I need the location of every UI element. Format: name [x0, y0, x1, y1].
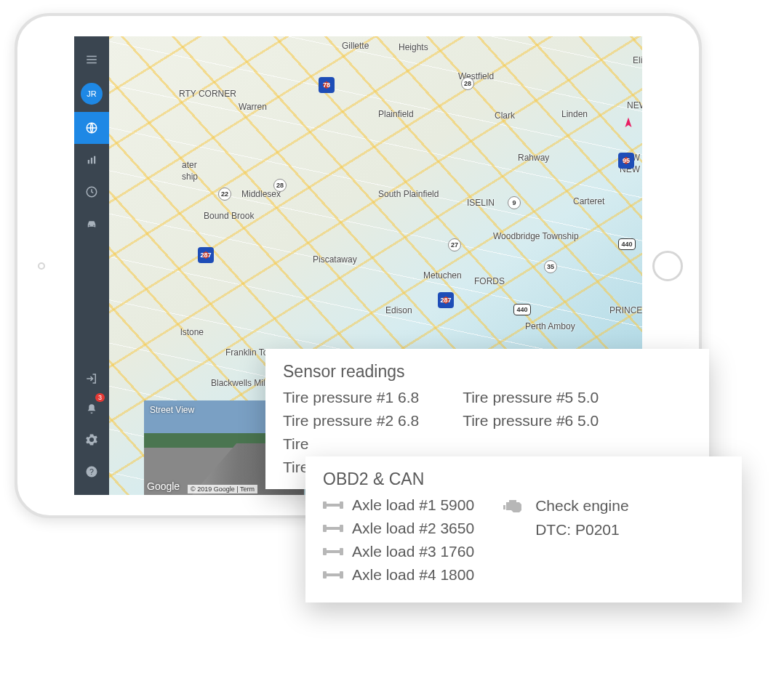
sidebar: JR 3: [74, 36, 109, 495]
svg-rect-2: [91, 158, 92, 164]
obd-title: OBD2 & CAN: [323, 470, 724, 489]
axle-load-row: Axle load #2 3650: [323, 520, 474, 537]
map-label: Clark: [495, 110, 515, 121]
google-logo: Google: [147, 480, 180, 492]
help-icon[interactable]: ?: [74, 456, 109, 488]
map-copyright: © 2019 Google | Term: [188, 485, 257, 493]
tire-pressure-reading: Tire pressure #5 5.0: [463, 389, 599, 406]
route-shield: 78: [319, 77, 335, 93]
tire-pressure-reading: Tire: [283, 435, 419, 453]
svg-rect-20: [327, 573, 340, 576]
dtc-code: DTC: P0201: [535, 521, 620, 539]
axle-load-row: Axle load #4 1800: [323, 566, 474, 584]
route-shield: 28: [461, 77, 474, 90]
map-label: Piscataway: [313, 254, 357, 265]
axle-icon: [323, 500, 343, 510]
map-label: Bound Brook: [204, 211, 254, 221]
axle-load-row: Axle load #3 1760: [323, 543, 474, 560]
route-shield: 35: [544, 260, 557, 273]
vehicle-marker[interactable]: [622, 116, 635, 129]
map-label: Woodbridge Township: [493, 231, 579, 241]
check-engine-label: Check engine: [535, 497, 628, 515]
avatar[interactable]: JR: [81, 83, 103, 105]
svg-rect-11: [327, 504, 340, 507]
obd-panel: OBD2 & CAN Axle load #1 5900Axle load #2…: [305, 456, 742, 603]
route-shield: 95: [618, 153, 634, 169]
svg-rect-3: [94, 156, 95, 164]
map-label: South Plainfield: [378, 189, 439, 199]
engine-icon: [503, 496, 527, 515]
map-label: lstone: [180, 327, 204, 337]
map-label: Heights: [399, 42, 428, 52]
svg-rect-12: [323, 525, 327, 532]
clock-icon[interactable]: [74, 176, 109, 208]
route-shield: 27: [448, 238, 461, 251]
map-label: PRINCE'S BAY: [609, 305, 642, 315]
route-shield: 9: [508, 196, 521, 209]
map-label: ship: [182, 172, 198, 182]
chart-icon[interactable]: [74, 144, 109, 176]
map-label: Linden: [561, 109, 588, 119]
svg-rect-1: [88, 160, 89, 164]
map-label: Middlesex: [241, 189, 281, 199]
route-shield: 440: [513, 304, 531, 315]
map-label: Gillette: [342, 41, 369, 51]
menu-icon[interactable]: [74, 44, 109, 76]
svg-rect-17: [327, 550, 340, 553]
map-label: ater: [182, 160, 197, 170]
svg-rect-18: [323, 571, 327, 579]
svg-rect-19: [340, 571, 343, 579]
map-label: FORDS: [474, 276, 505, 286]
map-label: Carteret: [573, 196, 604, 206]
streetview-label: Street View: [150, 405, 194, 415]
gear-icon[interactable]: [74, 424, 109, 456]
bell-icon[interactable]: 3: [74, 395, 109, 424]
notification-badge: 3: [95, 393, 105, 402]
login-icon[interactable]: [74, 363, 109, 395]
svg-rect-16: [340, 548, 343, 555]
axle-icon: [323, 523, 343, 533]
map-label: RTY CORNER: [179, 89, 236, 99]
svg-rect-9: [323, 501, 327, 509]
map-label: Blackwells Mills: [211, 378, 271, 388]
route-shield: 287: [438, 292, 454, 308]
tire-pressure-reading: Tire pressure #1 6.8: [283, 389, 419, 406]
axle-icon: [323, 547, 343, 557]
svg-text:?: ?: [89, 467, 94, 476]
map-label: Edison: [385, 305, 412, 315]
route-shield: 28: [273, 179, 287, 192]
svg-rect-14: [327, 527, 340, 530]
map-label: Warren: [239, 102, 267, 112]
svg-point-6: [93, 225, 95, 227]
map-label: Plainfield: [378, 109, 414, 119]
route-shield: 22: [218, 188, 231, 201]
tablet-camera: [38, 262, 45, 270]
route-shield: 440: [618, 238, 636, 250]
svg-rect-13: [340, 525, 343, 532]
svg-rect-10: [340, 501, 343, 509]
route-shield: 287: [198, 247, 214, 263]
map-label: Metuchen: [423, 270, 462, 281]
axle-icon: [323, 570, 343, 580]
sensor-title: Sensor readings: [283, 362, 692, 382]
sidebar-bottom: 3 ?: [74, 363, 109, 495]
map-label: NEW JERSEY: [627, 100, 642, 110]
map-label: Rahway: [518, 153, 549, 163]
tire-pressure-reading: Tire pressure #2 6.8: [283, 412, 419, 430]
map-label: ISELIN: [467, 198, 495, 208]
svg-point-5: [89, 225, 90, 227]
map-label: Elizabeth: [633, 55, 642, 65]
tablet-home-button[interactable]: [652, 251, 683, 281]
globe-icon[interactable]: [74, 112, 109, 144]
car-icon[interactable]: [74, 208, 109, 240]
svg-rect-15: [323, 548, 327, 555]
axle-load-row: Axle load #1 5900: [323, 496, 474, 514]
tire-pressure-reading: Tire pressure #6 5.0: [463, 412, 599, 430]
map-label: Perth Amboy: [525, 321, 575, 331]
